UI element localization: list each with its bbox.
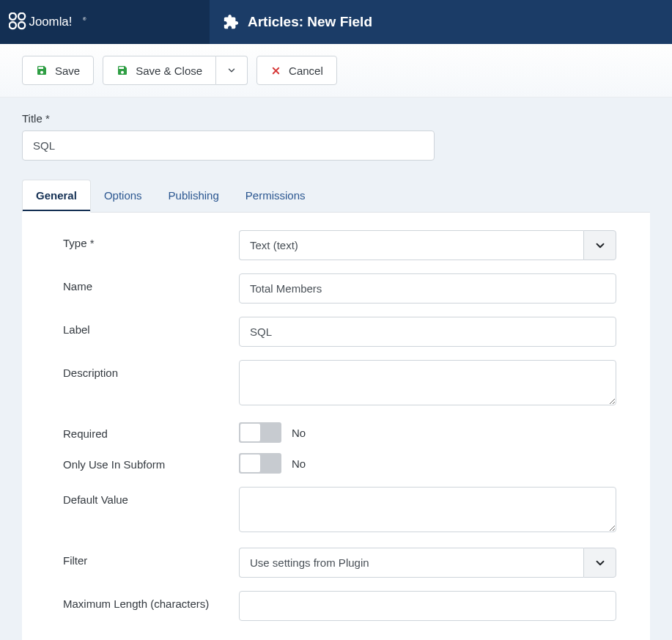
- onlysubform-state: No: [292, 457, 306, 470]
- required-label: Required: [63, 421, 239, 440]
- save-label: Save: [55, 65, 80, 77]
- type-label: Type *: [63, 230, 239, 249]
- page-title-bar: Articles: New Field: [210, 0, 672, 44]
- save-close-label: Save & Close: [136, 65, 202, 77]
- field-filter-row: Filter Use settings from Plugin: [63, 548, 616, 578]
- svg-text:®: ®: [83, 16, 86, 21]
- chevron-down-icon: [226, 65, 237, 76]
- save-button[interactable]: Save: [22, 56, 94, 85]
- save-close-button[interactable]: Save & Close: [103, 56, 216, 85]
- maxlength-input[interactable]: [239, 591, 616, 621]
- tab-permissions[interactable]: Permissions: [232, 180, 319, 212]
- field-label-row: Label: [63, 317, 616, 347]
- label-input[interactable]: [239, 317, 616, 347]
- save-icon: [117, 65, 128, 76]
- field-type-row: Type * Text (text): [63, 230, 616, 260]
- save-close-group: Save & Close: [103, 56, 248, 85]
- onlysubform-toggle[interactable]: [239, 453, 281, 474]
- tab-general[interactable]: General: [22, 180, 91, 213]
- form-general: Type * Text (text) Name Label: [22, 213, 650, 640]
- tab-options[interactable]: Options: [91, 180, 155, 212]
- onlysubform-label: Only Use In Subform: [63, 452, 239, 471]
- title-section: Title *: [0, 98, 672, 180]
- name-input[interactable]: [239, 273, 616, 304]
- filter-label: Filter: [63, 548, 239, 567]
- cancel-label: Cancel: [289, 65, 323, 77]
- field-maxlength-row: Maximum Length (characters): [63, 591, 616, 621]
- defaultvalue-textarea[interactable]: [239, 487, 616, 532]
- name-label: Name: [63, 273, 239, 293]
- chevron-down-icon: [583, 548, 616, 578]
- defaultvalue-label: Default Value: [63, 487, 239, 506]
- app-header: Joomla! ® Articles: New Field: [0, 0, 672, 44]
- toggle-knob: [240, 424, 260, 441]
- field-required-row: Required No: [63, 421, 616, 443]
- field-onlysubform-row: Only Use In Subform No: [63, 452, 616, 474]
- type-select-value: Text (text): [239, 230, 583, 260]
- type-select[interactable]: Text (text): [239, 230, 616, 260]
- puzzle-icon: [223, 14, 239, 30]
- svg-point-1: [18, 13, 25, 20]
- field-defaultvalue-row: Default Value: [63, 487, 616, 534]
- description-label: Description: [63, 360, 239, 379]
- svg-point-3: [18, 22, 25, 29]
- title-label: Title *: [22, 112, 650, 125]
- tabs-container: General Options Publishing Permissions T…: [0, 180, 672, 640]
- title-input[interactable]: [22, 130, 435, 161]
- tabs: General Options Publishing Permissions: [22, 180, 650, 213]
- description-textarea[interactable]: [239, 360, 616, 405]
- cancel-button[interactable]: Cancel: [256, 56, 337, 85]
- page-title: Articles: New Field: [248, 14, 372, 30]
- field-description-row: Description: [63, 360, 616, 408]
- required-state: No: [292, 427, 306, 439]
- save-icon: [36, 65, 48, 76]
- filter-select-value: Use settings from Plugin: [239, 548, 583, 578]
- close-icon: [270, 65, 281, 76]
- filter-select[interactable]: Use settings from Plugin: [239, 548, 616, 578]
- toolbar: Save Save & Close Cancel: [0, 44, 672, 98]
- maxlength-label: Maximum Length (characters): [63, 591, 239, 610]
- joomla-logo-icon: Joomla! ®: [9, 12, 104, 32]
- chevron-down-icon: [583, 230, 616, 260]
- toggle-knob: [240, 455, 260, 472]
- label-label: Label: [63, 317, 239, 336]
- tab-publishing[interactable]: Publishing: [155, 180, 232, 212]
- field-name-row: Name: [63, 273, 616, 304]
- svg-point-2: [10, 22, 16, 29]
- svg-text:Joomla!: Joomla!: [29, 15, 73, 29]
- brand-area[interactable]: Joomla! ®: [0, 0, 210, 44]
- required-toggle[interactable]: [239, 422, 281, 443]
- save-dropdown-toggle[interactable]: [216, 56, 248, 85]
- svg-point-0: [10, 13, 16, 20]
